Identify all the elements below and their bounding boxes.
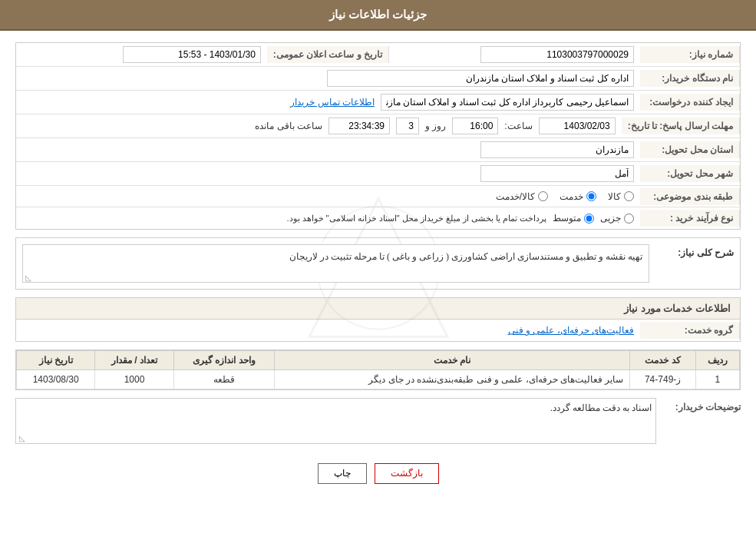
service-group-link[interactable]: فعالیت‌های حرفه‌ای، علمی و فنی — [508, 325, 634, 336]
radio-item-medium: متوسط — [553, 213, 594, 224]
need-number-value — [389, 43, 640, 66]
radio-item-both: کالا/خدمت — [496, 191, 548, 202]
row-purchase-type: نوع فرآیند خرید : جزیی متوسط پرداخت تمام… — [16, 207, 740, 229]
city-input[interactable] — [480, 165, 634, 182]
radio-item-goods: کالا — [608, 191, 634, 202]
row-service-group: گروه خدمت: فعالیت‌های حرفه‌ای، علمی و فن… — [16, 320, 740, 341]
purchase-type-note: پرداخت تمام یا بخشی از مبلغ خریداز محل "… — [286, 214, 546, 224]
print-button[interactable]: چاپ — [318, 463, 367, 484]
buyer-notes-text: اسناد به دقت مطالعه گردد. — [550, 403, 652, 413]
description-container: تهیه نقشه و تطبیق و مستندسازی اراضی کشاو… — [22, 244, 649, 283]
province-value — [16, 138, 640, 161]
cell-unit: قطعه — [173, 370, 274, 389]
days-label: روز و — [425, 121, 446, 131]
radio-medium-label: متوسط — [553, 213, 581, 224]
date-label: تاریخ و ساعت اعلان عمومی: — [267, 46, 389, 63]
description-text: تهیه نقشه و تطبیق و مستندسازی اراضی کشاو… — [22, 244, 649, 283]
page-title: جزئیات اطلاعات نیاز — [329, 8, 427, 21]
remaining-days-input[interactable] — [396, 118, 419, 134]
cell-row-num: 1 — [695, 370, 739, 389]
service-table-section: ردیف کد خدمت نام خدمت واحد اندازه گیری ت… — [15, 350, 741, 390]
radio-service[interactable] — [586, 191, 596, 201]
creator-label: ایجاد کننده درخواست: — [640, 94, 740, 111]
service-table: ردیف کد خدمت نام خدمت واحد اندازه گیری ت… — [16, 350, 740, 389]
cell-quantity: 1000 — [95, 370, 173, 389]
row-buyer-name: نام دستگاه خریدار: — [16, 67, 740, 91]
radio-partial[interactable] — [624, 214, 634, 224]
radio-partial-label: جزیی — [600, 213, 621, 224]
radio-both[interactable] — [538, 191, 548, 201]
deadline-time-input[interactable] — [452, 118, 498, 134]
date-input[interactable] — [123, 46, 261, 63]
cell-service-code: ز-749-74 — [630, 370, 696, 389]
province-label: استان محل تحویل: — [640, 141, 740, 158]
time-label: ساعت: — [504, 121, 532, 131]
row-deadline: مهلت ارسال پاسخ: تا تاریخ: ساعت: روز و س… — [16, 114, 740, 138]
col-unit: واحد اندازه گیری — [173, 351, 274, 370]
row-category: طبقه بندی موضوعی: کالا خدمت — [16, 186, 740, 207]
resize-handle[interactable]: ◺ — [24, 273, 31, 281]
col-service-code: کد خدمت — [630, 351, 696, 370]
province-input[interactable] — [480, 141, 634, 158]
col-row-num: ردیف — [695, 351, 739, 370]
remaining-time-label: ساعت باقی مانده — [255, 121, 322, 131]
deadline-label: مهلت ارسال پاسخ: تا تاریخ: — [622, 118, 740, 134]
deadline-date-input[interactable] — [539, 118, 616, 134]
radio-item-service: خدمت — [560, 191, 596, 202]
service-group-section: گروه خدمت: فعالیت‌های حرفه‌ای، علمی و فن… — [15, 319, 741, 342]
deadline-value: ساعت: روز و ساعت باقی مانده — [16, 114, 622, 137]
buyer-name-input[interactable] — [327, 70, 634, 87]
service-group-value: فعالیت‌های حرفه‌ای، علمی و فنی — [16, 322, 640, 339]
purchase-type-value: جزیی متوسط پرداخت تمام یا بخشی از مبلغ خ… — [16, 210, 640, 227]
category-label: طبقه بندی موضوعی: — [640, 188, 740, 205]
back-button[interactable]: بازگشت — [375, 463, 439, 484]
city-label: شهر محل تحویل: — [640, 165, 740, 182]
col-service-name: نام خدمت — [274, 351, 630, 370]
buyer-name-label: نام دستگاه خریدار: — [640, 70, 740, 87]
cell-service-name: سایر فعالیت‌های حرفه‌ای، علمی و فنی طبقه… — [274, 370, 630, 389]
row-need-number: شماره نیاز: تاریخ و ساعت اعلان عمومی: — [16, 43, 740, 67]
purchase-type-label: نوع فرآیند خرید : — [640, 210, 740, 227]
main-info-section: شماره نیاز: تاریخ و ساعت اعلان عمومی: نا… — [15, 42, 741, 230]
notes-resize-handle[interactable]: ◺ — [18, 434, 25, 442]
buyer-notes-box: اسناد به دقت مطالعه گردد. ◺ — [15, 398, 656, 444]
category-value: کالا خدمت کالا/خدمت — [16, 188, 640, 205]
creator-value: اطلاعات تماس خریدار — [16, 91, 640, 114]
need-number-input[interactable] — [480, 46, 634, 63]
col-quantity: تعداد / مقدار — [95, 351, 173, 370]
button-row: بازگشت چاپ — [15, 452, 741, 495]
buyer-name-value — [16, 67, 640, 90]
need-number-label: شماره نیاز: — [640, 46, 740, 63]
table-row: 1 ز-749-74 سایر فعالیت‌های حرفه‌ای، علمی… — [17, 370, 740, 389]
description-section: شرح کلی نیاز: تهیه نقشه و تطبیق و مستندس… — [15, 237, 741, 290]
page-header: جزئیات اطلاعات نیاز — [0, 0, 756, 31]
city-value — [16, 162, 640, 185]
row-province: استان محل تحویل: — [16, 138, 740, 162]
radio-item-partial: جزیی — [600, 213, 634, 224]
row-city: شهر محل تحویل: — [16, 162, 740, 186]
service-group-label: گروه خدمت: — [640, 322, 740, 339]
remaining-time-input[interactable] — [328, 118, 390, 134]
contact-link[interactable]: اطلاعات تماس خریدار — [290, 97, 375, 108]
creator-input[interactable] — [381, 94, 634, 111]
date-value — [16, 43, 267, 66]
radio-both-label: کالا/خدمت — [496, 191, 535, 202]
radio-goods-label: کالا — [608, 191, 621, 202]
row-creator: ایجاد کننده درخواست: اطلاعات تماس خریدار — [16, 91, 740, 114]
radio-goods[interactable] — [624, 191, 634, 201]
col-date: تاریخ نیاز — [17, 351, 95, 370]
service-section-title: اطلاعات خدمات مورد نیاز — [15, 297, 741, 319]
radio-medium[interactable] — [584, 214, 594, 224]
table-header-row: ردیف کد خدمت نام خدمت واحد اندازه گیری ت… — [17, 351, 740, 370]
buyer-notes-label: توضیحات خریدار: — [664, 398, 741, 412]
buyer-notes-section: توضیحات خریدار: اسناد به دقت مطالعه گردد… — [15, 398, 741, 444]
cell-date: 1403/08/30 — [17, 370, 95, 389]
radio-service-label: خدمت — [560, 191, 583, 202]
description-label: شرح کلی نیاز: — [657, 244, 734, 258]
